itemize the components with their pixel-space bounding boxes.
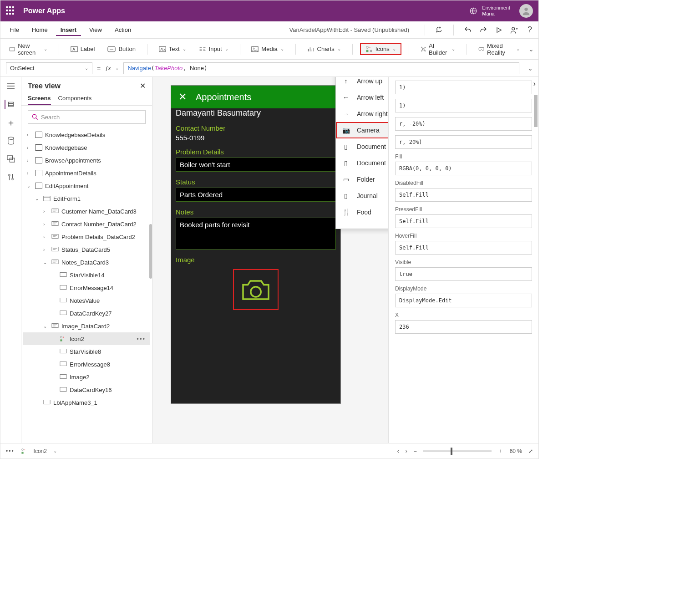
prop-input[interactable]: true: [395, 267, 532, 281]
nav-prev-icon[interactable]: ‹: [397, 448, 399, 454]
label-button[interactable]: Label: [66, 43, 99, 55]
play-icon[interactable]: [495, 26, 503, 34]
fit-icon[interactable]: ⤢: [528, 448, 533, 454]
menu-action[interactable]: Action: [110, 24, 136, 36]
selected-control[interactable]: Icon2: [34, 448, 47, 454]
icons-menu-item[interactable]: 🍴Food: [336, 204, 388, 220]
tree-node[interactable]: ErrorMessage14: [23, 281, 150, 294]
tree-node[interactable]: DataCardKey27: [23, 307, 150, 320]
tree-node[interactable]: LblAppName3_1: [23, 396, 150, 409]
tree-node[interactable]: StarVisible14: [23, 269, 150, 281]
tree-node[interactable]: ⌄Image_DataCard2: [23, 320, 150, 332]
tree-node[interactable]: ›Contact Number_DataCard2: [23, 218, 150, 230]
hamburger-icon[interactable]: [6, 82, 15, 91]
tree-node[interactable]: ›Knowledgebase: [23, 141, 150, 154]
environment-picker[interactable]: Environment Maria: [469, 5, 510, 17]
add-icon[interactable]: ＋: [6, 118, 15, 127]
prop-input[interactable]: 1): [395, 99, 532, 112]
tab-components[interactable]: Components: [58, 92, 92, 105]
share-icon[interactable]: [510, 26, 518, 34]
media-rail-icon[interactable]: [6, 154, 15, 163]
tree-node[interactable]: ›BrowseAppointments: [23, 154, 150, 167]
zoom-in-icon[interactable]: ＋: [498, 447, 503, 455]
tree-node[interactable]: ›Customer Name_DataCard3: [23, 205, 150, 218]
app-checker-icon[interactable]: [435, 26, 443, 34]
charts-button[interactable]: Charts⌄: [303, 43, 345, 55]
property-select[interactable]: OnSelect⌄: [6, 62, 92, 74]
notes-input[interactable]: Booked parts for revisit: [176, 218, 336, 250]
prop-input[interactable]: DisplayMode.Edit: [395, 294, 532, 307]
tools-icon[interactable]: [6, 173, 15, 182]
prop-input[interactable]: RGBA(0, 0, 0, 0): [395, 162, 532, 175]
menu-insert[interactable]: Insert: [56, 24, 81, 36]
icons-menu-item[interactable]: ▯Document: [336, 138, 388, 155]
phone-preview: ✕ Appointments Damayanti Basumatary Cont…: [171, 85, 341, 404]
input-button[interactable]: Input⌄: [195, 43, 233, 55]
tree-node[interactable]: DataCardKey16: [23, 383, 150, 396]
tab-screens[interactable]: Screens: [28, 92, 51, 105]
new-screen-button[interactable]: New screen⌄: [5, 40, 51, 58]
canvas[interactable]: ✕ Appointments Damayanti Basumatary Cont…: [152, 77, 388, 443]
tree-node[interactable]: StarVisible8: [23, 345, 150, 358]
prop-input[interactable]: 1): [395, 81, 532, 94]
media-button[interactable]: Media⌄: [247, 43, 288, 55]
icons-menu-item[interactable]: ▭Folder: [336, 171, 388, 188]
tree-node[interactable]: ›KnowledgebaseDetails: [23, 128, 150, 141]
icons-menu-item[interactable]: ↑Arrow up: [336, 77, 388, 89]
menu-view[interactable]: View: [85, 24, 107, 36]
prop-input[interactable]: Self.Fill: [395, 214, 532, 228]
waffle-icon[interactable]: [6, 6, 15, 15]
icons-menu-item[interactable]: 📷Camera: [336, 122, 388, 138]
tree-node[interactable]: NotesValue: [23, 294, 150, 307]
prop-input[interactable]: r, -20%): [395, 117, 532, 131]
ribbon-overflow-icon[interactable]: ⌄: [528, 46, 534, 53]
redo-icon[interactable]: [479, 26, 487, 34]
tree-node[interactable]: ⌄EditForm1: [23, 192, 150, 205]
zoom-slider[interactable]: [423, 450, 492, 452]
svg-rect-34: [60, 298, 66, 302]
menu-file[interactable]: File: [5, 24, 24, 36]
prop-input[interactable]: 236: [395, 320, 532, 334]
formula-input[interactable]: Navigate(TakePhoto, None): [123, 62, 519, 74]
undo-icon[interactable]: [464, 26, 472, 34]
tree-node[interactable]: ⌄Notes_DataCard3: [23, 256, 150, 269]
help-icon[interactable]: ?: [526, 26, 534, 34]
data-icon[interactable]: [6, 136, 15, 145]
tree-view-icon[interactable]: [5, 100, 14, 109]
tree-node[interactable]: Image2: [23, 371, 150, 383]
tree-node[interactable]: ›Status_DataCard5: [23, 243, 150, 256]
ai-builder-button[interactable]: AI Builder⌄: [416, 40, 459, 58]
icons-menu-item[interactable]: ←Arrow left: [336, 89, 388, 106]
more-icon[interactable]: •••: [6, 448, 15, 454]
text-button[interactable]: AbcText⌄: [155, 43, 190, 55]
icons-menu-item[interactable]: →Arrow right: [336, 106, 388, 122]
zoom-out-icon[interactable]: −: [414, 448, 417, 454]
icons-menu-item[interactable]: ▯Document checkmark: [336, 155, 388, 171]
camera-icon-selected[interactable]: [233, 269, 279, 310]
prop-input[interactable]: r, 20%): [395, 135, 532, 149]
tree-node[interactable]: ›AppointmentDetails: [23, 167, 150, 179]
close-panel-icon[interactable]: ✕: [140, 82, 146, 90]
svg-point-20: [8, 137, 13, 139]
close-icon[interactable]: ✕: [178, 91, 187, 103]
prop-input[interactable]: Self.Fill: [395, 241, 532, 255]
status-input[interactable]: Parts Ordered: [176, 188, 336, 202]
scrollbar-thumb[interactable]: [149, 224, 152, 279]
tree-node[interactable]: ›Problem Details_DataCard2: [23, 230, 150, 243]
tree-list[interactable]: ›KnowledgebaseDetails›Knowledgebase›Brow…: [21, 128, 152, 443]
tree-node[interactable]: ErrorMessage8: [23, 358, 150, 371]
tree-node[interactable]: Icon2•••: [23, 332, 150, 345]
mixed-reality-button[interactable]: Mixed Reality⌄: [474, 40, 524, 58]
formula-expand-icon[interactable]: ⌄: [528, 65, 533, 72]
icons-button[interactable]: Icons⌄: [360, 43, 401, 55]
menu-home[interactable]: Home: [27, 24, 52, 36]
nav-next-icon[interactable]: ›: [406, 448, 407, 454]
tree-search[interactable]: Search: [28, 110, 146, 124]
fx-icon[interactable]: ƒx: [105, 65, 111, 72]
icons-menu-item[interactable]: ▯Journal: [336, 188, 388, 204]
problem-input[interactable]: Boiler won't start: [176, 158, 336, 172]
prop-input[interactable]: Self.Fill: [395, 188, 532, 202]
button-button[interactable]: Button: [103, 43, 140, 55]
avatar[interactable]: [519, 4, 533, 18]
tree-node[interactable]: ⌄EditAppointment: [23, 179, 150, 192]
